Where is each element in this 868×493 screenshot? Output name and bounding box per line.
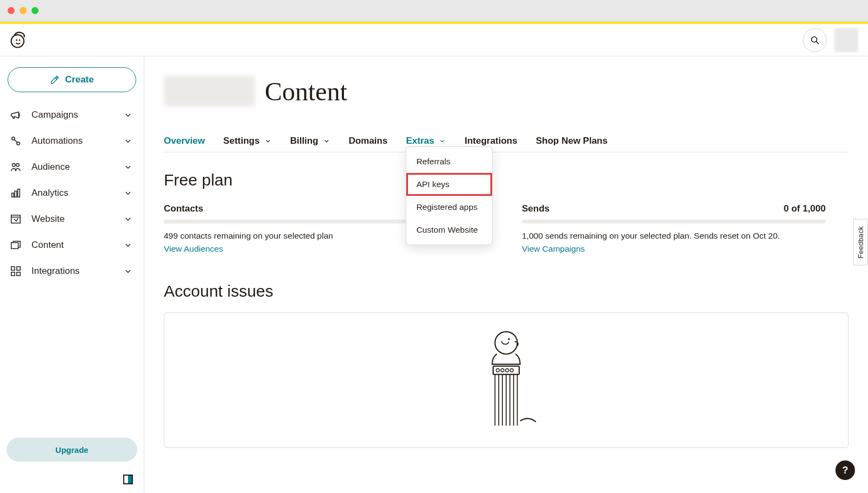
svg-point-0: [11, 35, 24, 47]
tab-extras[interactable]: Extras: [406, 136, 446, 146]
create-button[interactable]: Create: [8, 67, 136, 92]
contacts-label: Contacts: [164, 203, 203, 214]
svg-point-7: [12, 164, 15, 167]
sidebar-item-integrations[interactable]: Integrations: [7, 258, 137, 284]
traffic-light-close[interactable]: [8, 7, 15, 14]
svg-rect-15: [17, 267, 20, 270]
svg-rect-20: [493, 366, 519, 374]
sends-label: Sends: [522, 203, 550, 214]
chevron-down-icon: [264, 137, 272, 145]
upgrade-button[interactable]: Upgrade: [7, 438, 137, 462]
upgrade-label: Upgrade: [55, 445, 88, 454]
svg-rect-9: [12, 193, 14, 197]
svg-rect-13: [11, 242, 18, 248]
account-tabs: Overview Settings Billing Domains Extras…: [164, 136, 848, 152]
sidebar-item-label: Analytics: [31, 188, 68, 199]
sidebar-item-audience[interactable]: Audience: [7, 154, 137, 180]
svg-point-23: [506, 369, 509, 372]
sidebar-item-label: Website: [31, 214, 65, 225]
audience-icon: [10, 161, 22, 173]
view-audiences-link[interactable]: View Audiences: [164, 244, 223, 253]
account-name-redacted: [164, 76, 255, 106]
create-button-label: Create: [65, 74, 94, 85]
sidebar-item-campaigns[interactable]: Campaigns: [7, 102, 137, 128]
megaphone-icon: [10, 109, 22, 121]
traffic-light-zoom[interactable]: [31, 7, 39, 14]
chevron-down-icon: [123, 214, 133, 224]
svg-point-19: [508, 338, 509, 340]
sidebar-item-label: Audience: [31, 162, 70, 172]
svg-point-2: [19, 39, 21, 41]
sidebar-item-website[interactable]: Website: [7, 206, 137, 232]
chevron-down-icon: [123, 266, 133, 276]
tab-overview[interactable]: Overview: [164, 136, 205, 146]
tab-integrations[interactable]: Integrations: [464, 136, 517, 146]
svg-rect-11: [18, 189, 20, 197]
main-content: Content Overview Settings Billing Domain…: [144, 56, 868, 493]
extras-menu-registered-apps[interactable]: Registered apps: [406, 196, 492, 219]
sends-progress-bar: [522, 220, 826, 223]
svg-rect-14: [11, 267, 15, 270]
sidebar-item-label: Content: [31, 240, 64, 251]
sidebar: Create Campaigns Automations Audience: [0, 56, 144, 493]
search-button[interactable]: [803, 28, 827, 52]
svg-point-8: [16, 164, 19, 167]
chevron-down-icon: [123, 136, 133, 146]
svg-point-24: [510, 369, 513, 372]
topbar: [0, 24, 868, 56]
svg-rect-12: [11, 215, 21, 223]
integrations-icon: [10, 265, 22, 277]
chevron-down-icon: [123, 162, 133, 172]
mailchimp-logo-icon[interactable]: [10, 30, 29, 50]
account-issues-title: Account issues: [164, 282, 848, 300]
sidebar-item-analytics[interactable]: Analytics: [7, 180, 137, 206]
account-avatar[interactable]: [834, 28, 858, 52]
illustration-icon: [474, 325, 539, 433]
content-icon: [10, 239, 22, 251]
automation-icon: [10, 135, 22, 147]
sidebar-item-label: Automations: [31, 136, 83, 146]
chevron-down-icon: [323, 137, 330, 145]
sidebar-item-automations[interactable]: Automations: [7, 128, 137, 154]
tab-settings[interactable]: Settings: [224, 136, 272, 146]
svg-point-22: [501, 369, 504, 372]
svg-rect-16: [11, 272, 15, 276]
collapse-sidebar-button[interactable]: [123, 475, 133, 484]
svg-point-1: [16, 39, 17, 41]
extras-menu-custom-website[interactable]: Custom Website: [406, 219, 492, 241]
sidebar-item-content[interactable]: Content: [7, 232, 137, 258]
sends-note: 1,000 sends remaining on your selected p…: [522, 231, 826, 241]
sends-stat: Sends 0 of 1,000 1,000 sends remaining o…: [522, 203, 826, 254]
pencil-icon: [50, 75, 60, 85]
macos-window-chrome: [0, 0, 868, 22]
svg-line-4: [816, 41, 819, 43]
account-issues-panel: [164, 312, 848, 448]
extras-menu-referrals[interactable]: Referrals: [406, 150, 492, 173]
svg-rect-10: [15, 191, 17, 197]
plan-title: Free plan: [164, 171, 848, 189]
tab-domains[interactable]: Domains: [349, 136, 388, 146]
sends-value: 0 of 1,000: [784, 203, 826, 214]
website-icon: [10, 213, 22, 225]
chevron-down-icon: [438, 137, 446, 145]
analytics-icon: [10, 187, 22, 199]
sidebar-item-label: Integrations: [31, 266, 80, 277]
svg-point-21: [496, 369, 500, 372]
extras-menu-api-keys[interactable]: API keys: [406, 173, 492, 196]
view-campaigns-link[interactable]: View Campaigns: [522, 244, 585, 253]
chevron-down-icon: [123, 188, 133, 198]
traffic-light-minimize[interactable]: [20, 7, 27, 14]
svg-point-18: [495, 332, 517, 354]
chevron-down-icon: [123, 240, 133, 250]
feedback-tab[interactable]: Feedback: [853, 219, 868, 266]
page-title: Content: [265, 76, 347, 106]
extras-dropdown: Referrals API keys Registered apps Custo…: [406, 146, 493, 245]
search-icon: [809, 35, 820, 46]
tab-billing[interactable]: Billing: [290, 136, 330, 146]
chevron-down-icon: [123, 110, 133, 120]
sidebar-item-label: Campaigns: [31, 110, 78, 120]
svg-rect-17: [17, 272, 20, 276]
tab-shop-new-plans[interactable]: Shop New Plans: [536, 136, 608, 146]
help-button[interactable]: ?: [835, 460, 855, 480]
